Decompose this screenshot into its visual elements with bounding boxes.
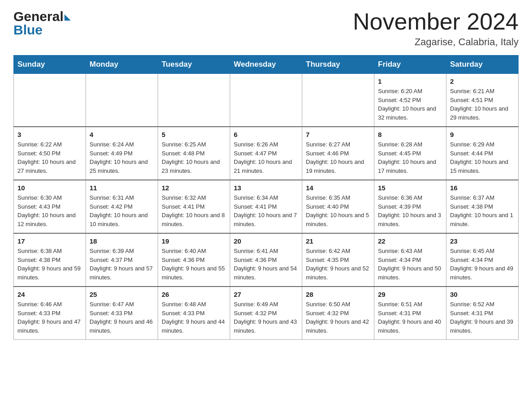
day-number: 3 <box>17 131 82 138</box>
table-row: 12Sunrise: 6:32 AMSunset: 4:41 PMDayligh… <box>158 180 230 233</box>
day-info: Sunrise: 6:37 AMSunset: 4:38 PMDaylight:… <box>450 193 515 228</box>
title-area: November 2024 Zagarise, Calabria, Italy <box>353 9 519 48</box>
day-number: 28 <box>306 291 370 298</box>
calendar-week-row: 10Sunrise: 6:30 AMSunset: 4:43 PMDayligh… <box>14 180 519 233</box>
day-number: 25 <box>90 291 154 298</box>
day-info: Sunrise: 6:39 AMSunset: 4:37 PMDaylight:… <box>90 247 154 282</box>
day-info: Sunrise: 6:50 AMSunset: 4:32 PMDaylight:… <box>306 300 370 335</box>
table-row: 26Sunrise: 6:48 AMSunset: 4:33 PMDayligh… <box>158 287 230 340</box>
table-row: 22Sunrise: 6:43 AMSunset: 4:34 PMDayligh… <box>374 233 446 287</box>
logo: General Blue <box>13 9 71 38</box>
table-row <box>302 74 374 127</box>
month-title: November 2024 <box>353 9 519 34</box>
day-info: Sunrise: 6:47 AMSunset: 4:33 PMDaylight:… <box>90 300 154 335</box>
day-number: 5 <box>162 131 226 138</box>
logo-blue-text: Blue <box>13 22 43 38</box>
table-row: 6Sunrise: 6:26 AMSunset: 4:47 PMDaylight… <box>230 127 302 180</box>
day-info: Sunrise: 6:49 AMSunset: 4:32 PMDaylight:… <box>234 300 298 335</box>
col-sunday: Sunday <box>14 56 86 74</box>
day-number: 12 <box>162 184 226 192</box>
day-number: 11 <box>90 184 154 192</box>
table-row: 13Sunrise: 6:34 AMSunset: 4:41 PMDayligh… <box>230 180 302 233</box>
table-row: 24Sunrise: 6:46 AMSunset: 4:33 PMDayligh… <box>14 287 86 340</box>
day-number: 20 <box>234 237 298 245</box>
day-number: 9 <box>450 131 515 138</box>
table-row: 1Sunrise: 6:20 AMSunset: 4:52 PMDaylight… <box>374 74 446 127</box>
day-number: 29 <box>378 291 442 298</box>
day-number: 6 <box>234 131 298 138</box>
day-info: Sunrise: 6:24 AMSunset: 4:49 PMDaylight:… <box>90 140 154 175</box>
day-info: Sunrise: 6:43 AMSunset: 4:34 PMDaylight:… <box>378 247 442 282</box>
day-number: 19 <box>162 237 226 245</box>
day-number: 1 <box>378 77 442 85</box>
day-info: Sunrise: 6:45 AMSunset: 4:34 PMDaylight:… <box>450 247 515 282</box>
day-info: Sunrise: 6:35 AMSunset: 4:40 PMDaylight:… <box>306 193 370 228</box>
day-info: Sunrise: 6:40 AMSunset: 4:36 PMDaylight:… <box>162 247 226 282</box>
calendar-week-row: 24Sunrise: 6:46 AMSunset: 4:33 PMDayligh… <box>14 287 519 340</box>
col-saturday: Saturday <box>446 56 519 74</box>
day-info: Sunrise: 6:46 AMSunset: 4:33 PMDaylight:… <box>17 300 82 335</box>
table-row: 11Sunrise: 6:31 AMSunset: 4:42 PMDayligh… <box>86 180 158 233</box>
day-number: 24 <box>17 291 82 298</box>
day-number: 15 <box>378 184 442 192</box>
table-row: 25Sunrise: 6:47 AMSunset: 4:33 PMDayligh… <box>86 287 158 340</box>
table-row: 30Sunrise: 6:52 AMSunset: 4:31 PMDayligh… <box>446 287 519 340</box>
table-row: 5Sunrise: 6:25 AMSunset: 4:48 PMDaylight… <box>158 127 230 180</box>
day-info: Sunrise: 6:48 AMSunset: 4:33 PMDaylight:… <box>162 300 226 335</box>
day-number: 23 <box>450 237 515 245</box>
logo-arrow-icon <box>64 14 71 21</box>
logo-text: General <box>13 9 71 24</box>
day-info: Sunrise: 6:34 AMSunset: 4:41 PMDaylight:… <box>234 193 298 228</box>
table-row: 15Sunrise: 6:36 AMSunset: 4:39 PMDayligh… <box>374 180 446 233</box>
table-row: 3Sunrise: 6:22 AMSunset: 4:50 PMDaylight… <box>14 127 86 180</box>
day-number: 7 <box>306 131 370 138</box>
table-row: 27Sunrise: 6:49 AMSunset: 4:32 PMDayligh… <box>230 287 302 340</box>
calendar-week-row: 17Sunrise: 6:38 AMSunset: 4:38 PMDayligh… <box>14 233 519 287</box>
table-row <box>158 74 230 127</box>
table-row: 4Sunrise: 6:24 AMSunset: 4:49 PMDaylight… <box>86 127 158 180</box>
day-info: Sunrise: 6:20 AMSunset: 4:52 PMDaylight:… <box>378 87 442 122</box>
day-info: Sunrise: 6:42 AMSunset: 4:35 PMDaylight:… <box>306 247 370 282</box>
col-monday: Monday <box>86 56 158 74</box>
table-row: 17Sunrise: 6:38 AMSunset: 4:38 PMDayligh… <box>14 233 86 287</box>
table-row: 8Sunrise: 6:28 AMSunset: 4:45 PMDaylight… <box>374 127 446 180</box>
day-number: 18 <box>90 237 154 245</box>
calendar-table: Sunday Monday Tuesday Wednesday Thursday… <box>13 55 519 340</box>
day-info: Sunrise: 6:29 AMSunset: 4:44 PMDaylight:… <box>450 140 515 175</box>
day-number: 27 <box>234 291 298 298</box>
day-number: 4 <box>90 131 154 138</box>
day-info: Sunrise: 6:25 AMSunset: 4:48 PMDaylight:… <box>162 140 226 175</box>
table-row: 28Sunrise: 6:50 AMSunset: 4:32 PMDayligh… <box>302 287 374 340</box>
table-row: 19Sunrise: 6:40 AMSunset: 4:36 PMDayligh… <box>158 233 230 287</box>
day-number: 13 <box>234 184 298 192</box>
day-info: Sunrise: 6:22 AMSunset: 4:50 PMDaylight:… <box>17 140 82 175</box>
day-info: Sunrise: 6:31 AMSunset: 4:42 PMDaylight:… <box>90 193 154 228</box>
day-info: Sunrise: 6:51 AMSunset: 4:31 PMDaylight:… <box>378 300 442 335</box>
day-info: Sunrise: 6:28 AMSunset: 4:45 PMDaylight:… <box>378 140 442 175</box>
table-row: 16Sunrise: 6:37 AMSunset: 4:38 PMDayligh… <box>446 180 519 233</box>
day-info: Sunrise: 6:21 AMSunset: 4:51 PMDaylight:… <box>450 87 515 122</box>
table-row: 2Sunrise: 6:21 AMSunset: 4:51 PMDaylight… <box>446 74 519 127</box>
day-number: 30 <box>450 291 515 298</box>
table-row: 29Sunrise: 6:51 AMSunset: 4:31 PMDayligh… <box>374 287 446 340</box>
table-row: 7Sunrise: 6:27 AMSunset: 4:46 PMDaylight… <box>302 127 374 180</box>
day-number: 21 <box>306 237 370 245</box>
day-info: Sunrise: 6:30 AMSunset: 4:43 PMDaylight:… <box>17 193 82 228</box>
day-number: 16 <box>450 184 515 192</box>
day-info: Sunrise: 6:52 AMSunset: 4:31 PMDaylight:… <box>450 300 515 335</box>
day-info: Sunrise: 6:32 AMSunset: 4:41 PMDaylight:… <box>162 193 226 228</box>
header: General Blue November 2024 Zagarise, Cal… <box>13 9 519 48</box>
col-thursday: Thursday <box>302 56 374 74</box>
location-subtitle: Zagarise, Calabria, Italy <box>353 36 519 48</box>
day-info: Sunrise: 6:41 AMSunset: 4:36 PMDaylight:… <box>234 247 298 282</box>
day-info: Sunrise: 6:27 AMSunset: 4:46 PMDaylight:… <box>306 140 370 175</box>
table-row <box>14 74 86 127</box>
col-tuesday: Tuesday <box>158 56 230 74</box>
calendar-week-row: 1Sunrise: 6:20 AMSunset: 4:52 PMDaylight… <box>14 74 519 127</box>
table-row: 9Sunrise: 6:29 AMSunset: 4:44 PMDaylight… <box>446 127 519 180</box>
day-number: 22 <box>378 237 442 245</box>
table-row: 10Sunrise: 6:30 AMSunset: 4:43 PMDayligh… <box>14 180 86 233</box>
day-number: 14 <box>306 184 370 192</box>
col-friday: Friday <box>374 56 446 74</box>
day-number: 10 <box>17 184 82 192</box>
